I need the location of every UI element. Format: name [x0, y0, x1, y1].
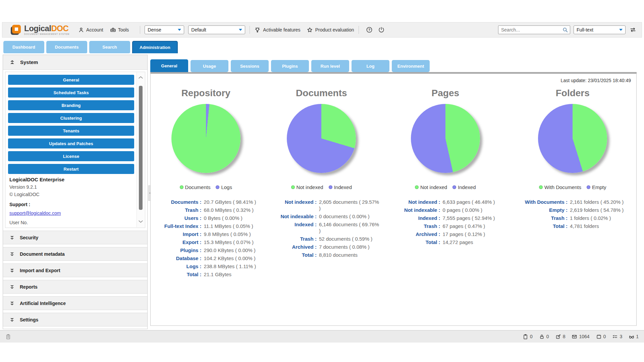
system-menu-button[interactable]: Updates and Patches [8, 138, 134, 148]
main-tab-label: Documents [55, 45, 79, 50]
legend-item: Logs [216, 184, 232, 190]
legend-item: Not indexed [415, 184, 447, 190]
header-separator [140, 26, 140, 34]
admin-tab[interactable]: Plugins [271, 60, 309, 72]
tools-menu[interactable]: Tools [110, 27, 129, 33]
status-counter[interactable]: 0 [596, 334, 606, 340]
stat-label: Full-text Index [151, 223, 202, 229]
admin-tab[interactable]: Log [352, 60, 389, 72]
main-tab[interactable]: Documents [46, 41, 87, 53]
status-counter[interactable]: 1 [629, 334, 639, 340]
account-menu[interactable]: Account [78, 27, 103, 33]
sidebar-section-system[interactable]: System [3, 55, 147, 70]
stat-value: 6,633 pages ( 46.48% ) [440, 199, 495, 205]
chart-stats: Documents 20.7 GBytes ( 98.41% ) Trash 6… [151, 199, 261, 279]
clipboard-tasks-icon[interactable] [5, 334, 11, 340]
sidebar-section[interactable]: Import and Export [3, 263, 147, 277]
legend-dot [329, 185, 332, 189]
system-menu-button[interactable]: Clustering [8, 113, 134, 123]
status-counter[interactable]: 1064 [572, 334, 589, 340]
sidebar-section[interactable]: Artificial Intelligence [3, 296, 147, 310]
system-menu-button[interactable]: Tenants [8, 126, 134, 136]
status-counter-value: 0 [546, 334, 549, 339]
sidebar-scrollbar[interactable] [137, 72, 145, 227]
sidebar-section[interactable]: Security [3, 231, 147, 244]
chevrons-down-icon [9, 251, 15, 257]
sidebar-section[interactable]: Reports [3, 280, 147, 294]
status-counter[interactable]: 0 [539, 334, 549, 340]
chart: Repository Documents Logs [151, 88, 261, 279]
swap-arrows-icon[interactable] [630, 26, 636, 33]
admin-tab-bar: GeneralUsageSessionsPluginsRun levelLogE… [150, 59, 637, 74]
stat-label: Documents [151, 199, 202, 205]
logicaldoc-logo-icon [10, 24, 22, 36]
tools-menu-label: Tools [118, 27, 129, 33]
chevrons-down-icon [9, 235, 15, 241]
admin-tab-label: Run level [321, 64, 340, 69]
sidebar-section[interactable]: Document metadata [3, 247, 147, 261]
stat-label: Total [382, 239, 440, 245]
stat-row: Trash 67 pages ( 0.47% ) [382, 223, 509, 229]
stat-row: Archived 17 pages ( 0.12% ) [382, 231, 509, 237]
admin-tab[interactable]: Run level [311, 60, 349, 72]
main-tab[interactable]: Dashboard [3, 41, 44, 53]
chevron-down-icon [619, 29, 623, 31]
skin-select[interactable]: Default [188, 25, 245, 34]
status-counter[interactable]: 0 [523, 334, 533, 340]
status-counter-value: 0 [603, 334, 606, 339]
chart-stats: Not indexed 2,605 documents ( 29.57% ) N… [261, 199, 382, 260]
stat-value: 8,810 documents [317, 252, 358, 258]
scroll-down-icon[interactable] [137, 217, 145, 226]
product-name: LogicalDOC Enterprise [9, 177, 134, 182]
sidebar-section[interactable]: Settings [3, 313, 147, 326]
admin-tab[interactable]: Environment [392, 60, 430, 72]
search-input[interactable] [498, 25, 570, 34]
support-email-link[interactable]: support@logicaldoc.com [9, 210, 61, 216]
product-version: Version 9.2.1 [9, 184, 134, 190]
stat-label: Trash [151, 207, 202, 213]
system-menu-button[interactable]: Scheduled Tasks [8, 87, 134, 98]
admin-tab[interactable]: Usage [191, 60, 228, 72]
stat-row: Trash 68.0 MBytes ( 0.32% ) [151, 207, 261, 213]
status-counter-icon [629, 334, 634, 340]
stat-label: Total [261, 252, 317, 258]
power-icon[interactable] [378, 26, 385, 33]
stat-label: Not indexed [261, 199, 317, 212]
system-menu-button[interactable]: License [8, 151, 134, 161]
stat-value: 0 documents ( 0.00% ) [317, 213, 370, 220]
search-mode-select[interactable]: Full-text [574, 25, 626, 34]
activable-features-link[interactable]: Activable features [254, 27, 300, 33]
legend-item: With Documents [539, 184, 581, 190]
status-counter[interactable]: 8 [555, 334, 566, 340]
help-icon[interactable]: ? [366, 26, 373, 33]
system-menu-button[interactable]: General [8, 75, 134, 85]
stat-label: Archived [382, 231, 440, 237]
scrollbar-thumb[interactable] [139, 86, 143, 210]
search-box [498, 25, 570, 34]
admin-tab-label: General [161, 63, 177, 68]
system-section-title: System [20, 59, 38, 65]
stat-row: Documents 20.7 GBytes ( 98.41% ) [151, 199, 261, 205]
system-menu-button[interactable]: Branding [8, 100, 134, 110]
sidebar-section-label: Artificial Intelligence [20, 301, 66, 306]
admin-tab[interactable]: General [150, 59, 188, 72]
admin-tab-label: Log [367, 64, 375, 69]
system-menu-button[interactable]: Restart [8, 164, 134, 174]
chart-legend: Not indexed Indexed [415, 184, 476, 190]
main-tab[interactable]: Administration [132, 41, 178, 53]
legend-item: Documents [180, 184, 211, 190]
stat-row: Logs 238.8 MBytes ( 1.11% ) [151, 263, 261, 269]
main-tab[interactable]: Search [89, 41, 130, 53]
scroll-up-icon[interactable] [137, 73, 145, 82]
stat-value: 68.0 MBytes ( 0.32% ) [202, 207, 254, 213]
status-counter[interactable]: 3 [612, 334, 622, 340]
search-icon[interactable] [562, 27, 568, 33]
sidebar-section-label: Document metadata [20, 251, 65, 257]
stat-label: Trash [261, 236, 317, 242]
admin-tab[interactable]: Sessions [231, 60, 269, 72]
stat-label: Logs [151, 263, 202, 269]
stat-row: Not indexed 6,633 pages ( 46.48% ) [382, 199, 509, 205]
status-counter-icon [572, 334, 577, 340]
product-evaluation-link[interactable]: Product evaluation [307, 27, 354, 33]
density-select[interactable]: Dense [145, 25, 184, 34]
